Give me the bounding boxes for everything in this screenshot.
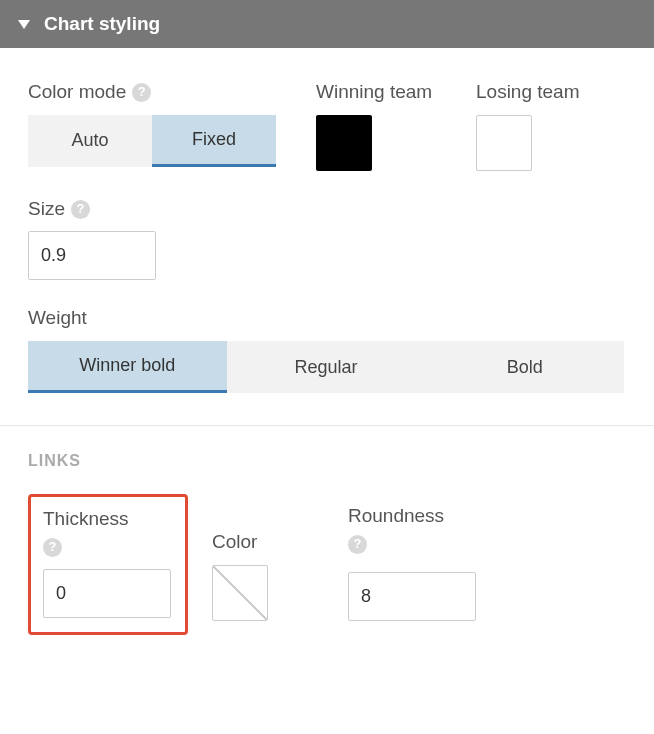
help-icon[interactable]: ?: [348, 535, 367, 554]
weight-bold-button[interactable]: Bold: [425, 341, 624, 393]
size-group: Size ?: [28, 197, 626, 281]
losing-team-group: Losing team: [476, 80, 580, 171]
panel-header[interactable]: Chart styling: [0, 0, 654, 48]
help-icon[interactable]: ?: [71, 200, 90, 219]
thickness-label: Thickness: [43, 507, 129, 532]
weight-segmented: Winner bold Regular Bold: [28, 341, 624, 393]
color-mode-auto-button[interactable]: Auto: [28, 115, 152, 167]
links-color-swatch[interactable]: [212, 565, 268, 621]
size-label: Size: [28, 197, 65, 222]
divider: [0, 425, 654, 426]
winning-team-color-swatch[interactable]: [316, 115, 372, 171]
color-mode-fixed-button[interactable]: Fixed: [152, 115, 276, 167]
help-icon[interactable]: ?: [43, 538, 62, 557]
weight-winner-bold-button[interactable]: Winner bold: [28, 341, 227, 393]
winning-team-label: Winning team: [316, 80, 436, 105]
weight-group: Weight Winner bold Regular Bold: [28, 306, 626, 393]
collapse-icon: [18, 20, 30, 29]
help-icon[interactable]: ?: [132, 83, 151, 102]
color-mode-segmented: Auto Fixed: [28, 115, 276, 167]
size-input[interactable]: [28, 231, 156, 280]
color-mode-group: Color mode ? Auto Fixed: [28, 80, 276, 167]
losing-team-color-swatch[interactable]: [476, 115, 532, 171]
links-section-label: LINKS: [28, 452, 626, 470]
roundness-label: Roundness: [348, 504, 444, 529]
thickness-group: Thickness ?: [43, 507, 173, 618]
losing-team-label: Losing team: [476, 80, 580, 105]
color-group: Color: [212, 530, 268, 635]
panel-title: Chart styling: [44, 13, 160, 35]
roundness-input[interactable]: [348, 572, 476, 621]
color-mode-label: Color mode: [28, 80, 126, 105]
links-color-label: Color: [212, 530, 268, 555]
roundness-group: Roundness ?: [348, 504, 476, 635]
thickness-input[interactable]: [43, 569, 171, 618]
thickness-highlight: Thickness ?: [28, 494, 188, 635]
weight-regular-button[interactable]: Regular: [227, 341, 426, 393]
winning-team-group: Winning team: [316, 80, 436, 171]
weight-label: Weight: [28, 306, 626, 331]
